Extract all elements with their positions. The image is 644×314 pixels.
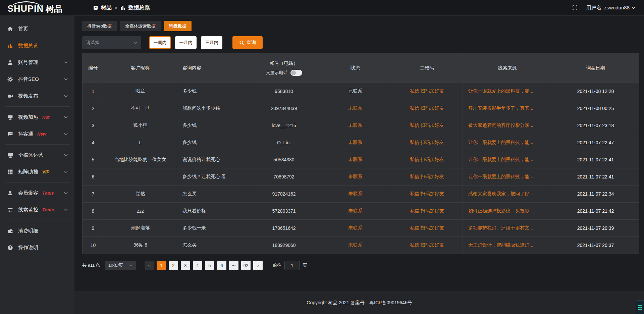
search-button[interactable]: 查询 — [232, 36, 263, 49]
table-row: 10 36度 8 怎么买 183929060 未联系 私信 扫码加好友 无主灯设… — [83, 237, 639, 254]
sidebar-item-doukertong[interactable]: 抖客通 New — [0, 125, 74, 142]
col-header-nickname: 客户昵称 — [104, 53, 177, 83]
cell-qrcode-link[interactable]: 私信 扫码加好友 — [391, 83, 463, 100]
page-button-3[interactable]: 3 — [181, 261, 190, 270]
user-menu[interactable]: 用户名: zswodun88 — [586, 5, 635, 11]
help-icon: ? — [7, 245, 13, 251]
badge-tools: Tools — [42, 207, 54, 212]
account-select[interactable]: 请选择 — [82, 36, 141, 49]
cell-lead-source-link[interactable]: 如何正确选择投影仪，买投影... — [463, 203, 552, 220]
cell-lead-source-link[interactable]: 让你一眼就爱上的黑科技，能... — [463, 83, 552, 100]
cell-lead-source-link[interactable]: 让你一眼就爱上的黑科技，能... — [463, 151, 552, 168]
sidebar-item-lead-monitor[interactable]: 线索监控 Tools — [0, 201, 74, 218]
sidebar-item-video-heating[interactable]: 视频加热 Hot — [0, 109, 74, 125]
chevron-down-icon — [64, 95, 68, 97]
badge-hot: Hot — [42, 115, 50, 120]
page-button-5[interactable]: 5 — [205, 261, 214, 270]
cell-account: 50534380 — [248, 151, 320, 168]
goto-label: 前往 — [273, 262, 281, 268]
chevron-down-icon — [632, 7, 635, 9]
sidebar-item-data-overview[interactable]: 数据总览 — [0, 37, 74, 54]
cell-date: 2021-11-07 22:41 — [552, 168, 639, 186]
svg-text:?: ? — [9, 246, 11, 249]
chat-widget[interactable] — [636, 301, 644, 314]
sidebar-item-omnimedia[interactable]: 全媒体运营 — [0, 147, 74, 163]
cell-content: 我只看价格 — [177, 203, 248, 220]
prev-page-button[interactable]: < — [145, 261, 154, 270]
page-size-select[interactable]: 10条/页 — [105, 261, 136, 270]
sidebar-item-matrix-boost[interactable]: 矩阵助推 VIP — [0, 163, 74, 180]
cell-date: 2021-11-07 23:18 — [552, 117, 639, 134]
col-header-content: 咨询内容 — [177, 53, 248, 83]
fullscreen-icon[interactable] — [572, 5, 578, 10]
breadcrumb: 树品 > 数据总览 — [93, 4, 150, 11]
select-placeholder: 请选择 — [86, 40, 99, 46]
tab-omnimedia-data[interactable]: 全媒体运营数据 — [120, 21, 161, 31]
username-label: 用户名: zswodun88 — [586, 5, 630, 11]
page-button-6[interactable]: 6 — [217, 261, 226, 270]
page-button-92[interactable]: 92 — [241, 261, 251, 270]
goto-page-input[interactable] — [284, 261, 300, 270]
page-button-1[interactable]: 1 — [157, 261, 166, 270]
sidebar-item-account-mgmt[interactable]: 账号管理 — [0, 54, 74, 71]
cell-account: Q_Liu. — [248, 134, 320, 151]
cell-qrcode-link[interactable]: 私信 扫码加好友 — [391, 100, 463, 117]
chevron-down-icon — [64, 116, 68, 118]
cell-nickname: L — [104, 134, 177, 151]
range-week-button[interactable]: 一周内 — [149, 36, 171, 49]
range-quarter-button[interactable]: 三月内 — [201, 36, 222, 49]
page-button-2[interactable]: 2 — [169, 261, 178, 270]
cell-status: 未联系 — [320, 134, 391, 151]
cell-lead-source-link[interactable]: 多功能护栏灯，适用于乡村文... — [463, 220, 552, 237]
cell-account: 572803371 — [248, 203, 320, 220]
breadcrumb-root-icon — [93, 5, 98, 10]
cell-content: 多少钱一米 — [177, 220, 248, 237]
sidebar-divider — [5, 144, 70, 145]
phone-only-toggle[interactable] — [290, 70, 302, 76]
sidebar-item-spending-detail[interactable]: 消费明细 — [0, 222, 74, 239]
cell-lead-source-link[interactable]: 让你一眼就爱上的黑科技，能... — [463, 168, 552, 186]
cell-qrcode-link[interactable]: 私信 扫码加好友 — [391, 168, 463, 186]
tab-douyin-seo-data[interactable]: 抖音seo数据 — [82, 21, 117, 31]
chevron-down-icon — [129, 264, 132, 266]
cell-lead-source-link[interactable]: 被大家追着问的客厅投影分享... — [463, 117, 552, 134]
sidebar-item-video-publish[interactable]: 视频发布 — [0, 88, 74, 104]
phone-toggle-label: 只显示电话 — [266, 70, 288, 76]
cell-status: 未联系 — [320, 117, 391, 134]
cell-qrcode-link[interactable]: 私信 扫码加好友 — [391, 134, 463, 151]
sidebar-item-douyin-seo[interactable]: 抖音SEO — [0, 71, 74, 88]
cell-content: 怎么买 — [177, 186, 248, 203]
table-row: 9 潮起潮落 多少钱一米 178651642 未联系 私信 扫码加好友 多功能护… — [83, 220, 639, 237]
cell-qrcode-link[interactable]: 私信 扫码加好友 — [391, 151, 463, 168]
inquiry-table: 编号 客户昵称 咨询内容 帐号（电话） 只显示电话 状态 二维码 线索来源 — [82, 53, 639, 254]
more-pages-button[interactable]: ••• — [229, 261, 238, 270]
next-page-button[interactable]: > — [253, 261, 263, 270]
tab-inquiry-data[interactable]: 询盘数据 — [164, 21, 192, 31]
cell-date: 2021-11-08 12:28 — [552, 83, 639, 100]
sidebar-item-label: 线索监控 — [18, 207, 38, 213]
cell-lead-source-link[interactable]: 感谢大家喜欢我家，被问了好... — [463, 186, 552, 203]
chat-icon — [7, 131, 13, 137]
app-logo[interactable]: SHUPIN 树品 — [0, 0, 74, 15]
cell-qrcode-link[interactable]: 私信 扫码加好友 — [391, 186, 463, 203]
sidebar-item-label: 矩阵助推 — [18, 169, 38, 175]
chevron-down-icon — [64, 171, 68, 173]
cell-lead-source-link[interactable]: 让你一眼就爱上的黑科技，能... — [463, 134, 552, 151]
cell-id: 3 — [83, 117, 104, 134]
chevron-down-icon — [64, 209, 68, 211]
cell-qrcode-link[interactable]: 私信 扫码加好友 — [391, 237, 463, 254]
page-button-4[interactable]: 4 — [193, 261, 202, 270]
cell-qrcode-link[interactable]: 私信 扫码加好友 — [391, 117, 463, 134]
cell-qrcode-link[interactable]: 私信 扫码加好友 — [391, 203, 463, 220]
cell-qrcode-link[interactable]: 私信 扫码加好友 — [391, 220, 463, 237]
range-month-button[interactable]: 一月内 — [175, 36, 197, 49]
cell-lead-source-link[interactable]: 客厅安装投影半年多了，真实... — [463, 100, 552, 117]
sidebar-item-help[interactable]: ? 操作说明 — [0, 239, 74, 256]
sidebar-item-label: 抖客通 — [18, 131, 33, 137]
sidebar-item-member-burst[interactable]: 会员爆客 Tools — [0, 185, 74, 201]
sidebar-item-home[interactable]: 首页 — [0, 20, 74, 37]
logo-text-cn: 树品 — [46, 2, 62, 15]
cell-lead-source-link[interactable]: 无主灯设计，智能磁吸轨道灯... — [463, 237, 552, 254]
breadcrumb-root[interactable]: 树品 — [101, 4, 112, 11]
cell-id: 2 — [83, 100, 104, 117]
